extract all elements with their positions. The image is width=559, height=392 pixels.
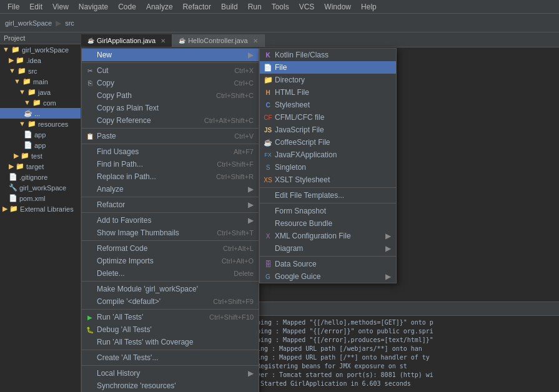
menu-run[interactable]: Run bbox=[243, 1, 267, 12]
tab-girl-application[interactable]: ☕ GirlApplication.java ✕ bbox=[81, 34, 172, 47]
submenu-edit-templates[interactable]: Edit File Templates... bbox=[260, 189, 396, 202]
submenu-singleton[interactable]: S Singleton bbox=[260, 161, 396, 174]
submenu-file[interactable]: 📄 File bbox=[260, 61, 396, 74]
submenu-sep-2 bbox=[260, 203, 396, 203]
tree-item-gitignore[interactable]: 📄 .gitignore bbox=[0, 172, 81, 182]
submenu-google-guice[interactable]: G Google Guice ▶ bbox=[260, 270, 396, 283]
menu-item-refactor[interactable]: Refactor ▶ bbox=[82, 198, 259, 211]
toolbar: girl_workSpace ▶ src bbox=[0, 14, 559, 32]
tree-item-pom[interactable]: 📄 pom.xml bbox=[0, 193, 81, 203]
menu-item-show-thumbnails[interactable]: Show Image Thumbnails Ctrl+Shift+T bbox=[82, 227, 259, 239]
submenu-data-source[interactable]: 🗄 Data Source bbox=[260, 258, 396, 270]
menu-item-run-tests[interactable]: ▶ Run 'All Tests' Ctrl+Shift+F10 bbox=[82, 311, 259, 323]
submenu-javafx[interactable]: FX JavaFXApplication bbox=[260, 149, 396, 161]
coffee-icon: ☕ bbox=[264, 138, 272, 147]
separator-4 bbox=[82, 197, 259, 197]
menu-refactor[interactable]: Refactor bbox=[178, 1, 216, 12]
separator-8 bbox=[82, 309, 259, 310]
menu-item-find-in-path[interactable]: Find in Path... Ctrl+Shift+F bbox=[82, 158, 259, 170]
tree-item-app2[interactable]: 📄 app bbox=[0, 140, 81, 150]
run-icon: ▶ bbox=[86, 313, 94, 321]
tree-item-girl-workspace-file[interactable]: 🔧 girl_workSpace bbox=[0, 182, 81, 193]
tree-item-main[interactable]: ▼ 📁 main bbox=[0, 76, 81, 87]
tree-item-girl-workspace[interactable]: ▼ 📁 girl_workSpace bbox=[0, 44, 81, 55]
submenu-diagram[interactable]: Diagram ▶ bbox=[260, 242, 396, 255]
submenu-resource-bundle[interactable]: Resource Bundle bbox=[260, 217, 396, 230]
toolbar-src: src bbox=[65, 19, 74, 27]
menu-item-copy-path[interactable]: Copy Path Ctrl+Shift+C bbox=[82, 89, 259, 102]
tree-item-target[interactable]: ▶ 📁 target bbox=[0, 161, 81, 172]
submenu-js[interactable]: JS JavaScript File bbox=[260, 124, 396, 136]
menu-item-paste[interactable]: 📋 Paste Ctrl+V bbox=[82, 130, 259, 142]
menu-analyze[interactable]: Analyze bbox=[141, 1, 178, 12]
menu-vcs[interactable]: VCS bbox=[294, 1, 320, 12]
menu-navigate[interactable]: Navigate bbox=[74, 1, 113, 12]
menu-item-synchronize[interactable]: Synchronize 'resources' bbox=[82, 380, 259, 392]
tab-hello-controller[interactable]: ☕ HelloController.java ✕ bbox=[172, 34, 264, 47]
separator-9 bbox=[82, 350, 259, 350]
menu-item-reformat[interactable]: Reformat Code Ctrl+Alt+L bbox=[82, 242, 259, 255]
menu-item-analyze[interactable]: Analyze ▶ bbox=[82, 183, 259, 195]
project-panel: Project ▼ 📁 girl_workSpace ▶ 📁 .idea ▼ 📁… bbox=[0, 32, 81, 392]
submenu-cfml[interactable]: CF CFML/CFC file bbox=[260, 111, 396, 124]
submenu-html[interactable]: H HTML File bbox=[260, 86, 396, 99]
menu-item-make-module[interactable]: Make Module 'girl_workSpace' bbox=[82, 283, 259, 295]
menubar: File Edit View Navigate Code Analyze Ref… bbox=[0, 0, 559, 14]
cfml-icon: CF bbox=[264, 113, 272, 122]
menu-item-copy[interactable]: ⎘ Copy Ctrl+C bbox=[82, 77, 259, 89]
menu-edit[interactable]: Edit bbox=[24, 1, 47, 12]
menu-file[interactable]: File bbox=[2, 1, 24, 12]
menu-item-find-usages[interactable]: Find Usages Alt+F7 bbox=[82, 145, 259, 158]
menu-item-cut[interactable]: ✂ Cut Ctrl+X bbox=[82, 64, 259, 77]
project-label: Project bbox=[4, 34, 25, 42]
scissors-icon: ✂ bbox=[86, 66, 94, 75]
menu-item-debug-tests[interactable]: 🐛 Debug 'All Tests' bbox=[82, 323, 259, 336]
submenu-css[interactable]: C Stylesheet bbox=[260, 99, 396, 111]
menu-item-run-coverage[interactable]: Run 'All Tests' with Coverage bbox=[82, 336, 259, 348]
submenu-xml-config[interactable]: X XML Configuration File ▶ bbox=[260, 230, 396, 242]
tree-item-test[interactable]: ▶ 📁 test bbox=[0, 150, 81, 161]
editor-area: ☕ GirlApplication.java ✕ ☕ HelloControll… bbox=[81, 32, 559, 392]
submenu-coffee[interactable]: ☕ CoffeeScript File bbox=[260, 136, 396, 149]
js-icon: JS bbox=[264, 125, 272, 134]
tree-item-resources[interactable]: ▼ 📁 resources bbox=[0, 119, 81, 129]
menu-tools[interactable]: Tools bbox=[267, 1, 294, 12]
menu-item-add-favorites[interactable]: Add to Favorites ▶ bbox=[82, 214, 259, 227]
menu-view[interactable]: View bbox=[47, 1, 74, 12]
submenu-form-snapshot[interactable]: Form Snapshot bbox=[260, 205, 396, 217]
tree-item-java[interactable]: ▼ 📁 java bbox=[0, 87, 81, 97]
menu-help[interactable]: Help bbox=[356, 1, 382, 12]
separator-3 bbox=[82, 144, 259, 144]
menu-item-compile[interactable]: Compile '<default>' Ctrl+Shift+F9 bbox=[82, 295, 259, 308]
tree-item-external[interactable]: ▶ 📁 External Libraries bbox=[0, 203, 81, 214]
menu-item-replace-in-path[interactable]: Replace in Path... Ctrl+Shift+R bbox=[82, 170, 259, 183]
debug-icon: 🐛 bbox=[86, 325, 94, 334]
menu-item-new[interactable]: New ▶ bbox=[82, 49, 259, 61]
tree-item-app1[interactable]: 📄 app bbox=[0, 129, 81, 140]
tree-item-com[interactable]: ▼ 📁 com bbox=[0, 97, 81, 108]
separator-5 bbox=[82, 212, 259, 213]
menu-window[interactable]: Window bbox=[319, 1, 356, 12]
menu-item-create-tests[interactable]: Create 'All Tests'... bbox=[82, 351, 259, 364]
toolbar-separator: ▶ bbox=[56, 19, 61, 27]
submenu-directory[interactable]: 📁 Directory bbox=[260, 74, 396, 86]
submenu-kotlin[interactable]: K Kotlin File/Class bbox=[260, 49, 396, 61]
submenu-xslt[interactable]: XS XSLT Stylesheet bbox=[260, 174, 396, 186]
singleton-icon: S bbox=[264, 163, 272, 172]
separator-7 bbox=[82, 281, 259, 282]
menu-item-local-history[interactable]: Local History ▶ bbox=[82, 367, 259, 380]
new-submenu-arrow: ▶ bbox=[248, 51, 254, 59]
menu-build[interactable]: Build bbox=[216, 1, 243, 12]
menu-item-delete[interactable]: Delete... Delete bbox=[82, 267, 259, 280]
tree-item-placeholder[interactable]: ☕ ... bbox=[0, 108, 81, 119]
refactor-arrow: ▶ bbox=[248, 200, 254, 209]
menu-code[interactable]: Code bbox=[113, 1, 141, 12]
submenu-sep-3 bbox=[260, 256, 396, 257]
tree-item-idea[interactable]: ▶ 📁 .idea bbox=[0, 55, 81, 66]
toolbar-project-name: girl_workSpace bbox=[5, 19, 52, 27]
menu-item-copy-ref[interactable]: Copy Reference Ctrl+Alt+Shift+C bbox=[82, 114, 259, 127]
menu-item-copy-plain[interactable]: Copy as Plain Text bbox=[82, 102, 259, 114]
menu-item-optimize-imports[interactable]: Optimize Imports Ctrl+Alt+O bbox=[82, 255, 259, 267]
tree-item-src[interactable]: ▼ 📁 src bbox=[0, 66, 81, 76]
xml-arrow: ▶ bbox=[385, 232, 391, 240]
